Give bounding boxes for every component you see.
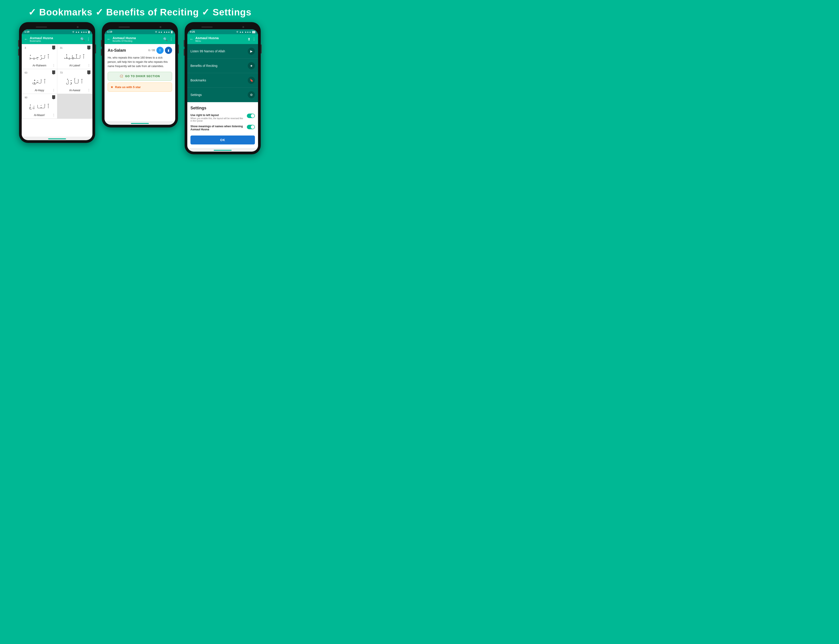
speaker <box>36 26 47 28</box>
toggle-1[interactable] <box>247 113 255 118</box>
app-title-1: Asmaul Husna <box>30 36 79 40</box>
app-title-3: Asmaul Husna <box>195 36 246 40</box>
settings-title: Settings <box>190 106 255 110</box>
more-card-icon-1[interactable]: ⋮ <box>52 64 55 67</box>
menu-label-settings: Settings <box>190 93 202 97</box>
power-button-2 <box>178 44 179 53</box>
settings-panel: Settings Use right to left layout When y… <box>187 102 258 148</box>
more-card-icon-3[interactable]: ⋮ <box>52 88 55 92</box>
bookmark-grid: 3 ٱلرَّحِيمُ Ar-Raheem ⋮ 31 ٱللَّطِيفُ A… <box>22 44 92 119</box>
app-icons-2: 🔍 ⋮ <box>163 37 173 41</box>
card-num-3: 63 <box>25 71 54 74</box>
status-bar-1: 1:19 ⚙ ▲▲ ▲▲▲ ▓ <box>22 29 92 34</box>
phone-bookmarks: 1:19 ⚙ ▲▲ ▲▲▲ ▓ ← Asmaul Husna Bookmarks… <box>19 22 95 143</box>
bookmark-icon-4 <box>87 71 91 74</box>
share-icon-3[interactable]: ⬆ <box>247 37 251 41</box>
vol-down-button <box>18 49 19 56</box>
gear-icon-2: ⚙ <box>155 31 157 33</box>
home-indicator-3 <box>214 150 232 151</box>
benefits-text: He, who repeats this name 160 times to a… <box>108 56 172 69</box>
header-title: ✓ Bookmarks ✓ Benefits of Reciting ✓ Set… <box>5 7 275 18</box>
menu-label-bookmarks: Bookmarks <box>190 79 206 82</box>
setting-row-1: Use right to left layout When you enable… <box>190 113 255 122</box>
battery-icon-2: ▓ <box>171 31 173 33</box>
battery-icon-1: ▓ <box>88 31 90 33</box>
star-icon: ★ <box>110 85 113 89</box>
power-button-3 <box>261 44 262 53</box>
signal-icon-1: ▲▲▲ <box>81 31 87 33</box>
card-num-4: 73 <box>60 71 90 74</box>
toggle-2[interactable] <box>247 125 255 129</box>
name-label: As-Salam <box>108 48 126 53</box>
menu-item-settings[interactable]: Settings ⚙ <box>187 88 258 102</box>
bottom-space-2 <box>104 94 175 121</box>
ok-button[interactable]: OK <box>190 136 255 145</box>
benefits-content: As-Salam 6 / 99 ⇧ ▮ He, who repeats this… <box>104 44 175 94</box>
back-button-3[interactable]: ← <box>190 37 194 41</box>
more-card-icon-2[interactable]: ⋮ <box>87 64 91 67</box>
bookmark-card-5[interactable]: 90 ٱلْمَانِعُ Al-Maani' ⋮ <box>22 94 57 118</box>
app-titles-2: Asmaul Husna Benefits Of Reciting <box>112 36 162 42</box>
gear-icon-3: ⚙ <box>236 31 238 33</box>
bookmark-card-2[interactable]: 31 ٱللَّطِيفُ Al-Lateef ⋮ <box>57 44 92 69</box>
status-time-1: 1:19 <box>25 30 29 33</box>
en-name-2: Al-Lateef <box>60 64 90 67</box>
camera-2 <box>160 26 162 28</box>
counter-label: 6 / 99 <box>148 49 155 52</box>
share-button[interactable]: ⇧ <box>157 47 163 54</box>
arabic-text-3: ٱلْحَيُّ <box>25 74 54 89</box>
copy-button[interactable]: ▮ <box>165 47 172 54</box>
phones-row: 1:19 ⚙ ▲▲ ▲▲▲ ▓ ← Asmaul Husna Bookmarks… <box>19 22 261 154</box>
more-card-icon-5[interactable]: ⋮ <box>52 113 55 117</box>
menu-item-bookmarks[interactable]: Bookmarks 🔖 <box>187 73 258 88</box>
bottom-space-1 <box>22 119 92 136</box>
more-card-icon-4[interactable]: ⋮ <box>87 88 91 92</box>
vol-up-button <box>18 40 19 47</box>
status-bar-3: 0:25 ⚙ ▲▲ ▲▲▲ ▓▓ <box>187 29 258 34</box>
battery-icon-3: ▓▓ <box>252 31 255 33</box>
vol-up-button-2 <box>101 40 102 47</box>
camera <box>77 26 79 28</box>
phone2-screen: 1:19 ⚙ ▲▲ ▲▲▲ ▓ ← Asmaul Husna Benefits … <box>104 29 175 125</box>
setting-label-1: Use right to left layout <box>190 113 245 117</box>
dhikr-button[interactable]: 📿 GO TO DHIKR SECTION <box>108 72 172 81</box>
status-bar-2: 1:19 ⚙ ▲▲ ▲▲▲ ▓ <box>104 29 175 34</box>
more-icon-3[interactable]: ⋮ <box>252 37 256 41</box>
menu-item-listen[interactable]: Listen 99 Names of Allah ▶ <box>187 44 258 59</box>
bookmark-card-1[interactable]: 3 ٱلرَّحِيمُ Ar-Raheem ⋮ <box>22 44 57 69</box>
status-icons-3: ⚙ ▲▲ ▲▲▲ ▓▓ <box>236 31 255 33</box>
speaker-2 <box>119 26 130 28</box>
menu-content: Listen 99 Names of Allah ▶ Benefits of R… <box>187 44 258 102</box>
status-icons-2: ⚙ ▲▲ ▲▲▲ ▓ <box>155 31 173 33</box>
app-bar-2: ← Asmaul Husna Benefits Of Reciting 🔍 ⋮ <box>104 34 175 44</box>
status-time-2: 1:19 <box>107 30 112 33</box>
notch-area <box>22 25 92 29</box>
app-title-2: Asmaul Husna <box>112 36 162 40</box>
power-button <box>95 44 96 53</box>
menu-item-benefits[interactable]: Benefits of Reciting ★ <box>187 59 258 73</box>
home-indicator-1 <box>48 138 66 139</box>
app-icons-3: ⬆ ⋮ <box>247 37 256 41</box>
search-icon-2[interactable]: 🔍 <box>163 37 168 41</box>
bookmark-icon-1 <box>52 46 55 50</box>
app-titles-3: Asmaul Husna Menu <box>195 36 246 42</box>
notch-area-2 <box>104 25 175 29</box>
settings-icon-menu: ⚙ <box>248 91 255 99</box>
home-indicator-2 <box>131 123 149 124</box>
back-button-1[interactable]: ← <box>24 37 28 41</box>
notch-area-3 <box>187 25 258 29</box>
status-time-3: 0:25 <box>190 30 195 33</box>
back-button-2[interactable]: ← <box>107 37 111 41</box>
phone1-screen: 1:19 ⚙ ▲▲ ▲▲▲ ▓ ← Asmaul Husna Bookmarks… <box>22 29 92 140</box>
bookmark-card-4[interactable]: 73 ٱلْأَوَّلُ Al-Awwal ⋮ <box>57 69 92 94</box>
app-titles-1: Asmaul Husna Bookmarks <box>30 36 79 42</box>
setting-desc-1: When you enable this, the layout will be… <box>190 117 245 122</box>
rate-button[interactable]: ★ Rate us with 5 star <box>108 82 172 92</box>
search-icon-1[interactable]: 🔍 <box>80 37 85 41</box>
phone-benefits: 1:19 ⚙ ▲▲ ▲▲▲ ▓ ← Asmaul Husna Benefits … <box>102 22 178 127</box>
more-icon-1[interactable]: ⋮ <box>87 37 90 41</box>
wifi-icon-2: ▲▲ <box>158 31 163 33</box>
more-icon-2[interactable]: ⋮ <box>170 37 173 41</box>
bookmark-card-3[interactable]: 63 ٱلْحَيُّ Al-Hayy ⋮ <box>22 69 57 94</box>
app-icons-1: 🔍 ⋮ <box>80 37 90 41</box>
